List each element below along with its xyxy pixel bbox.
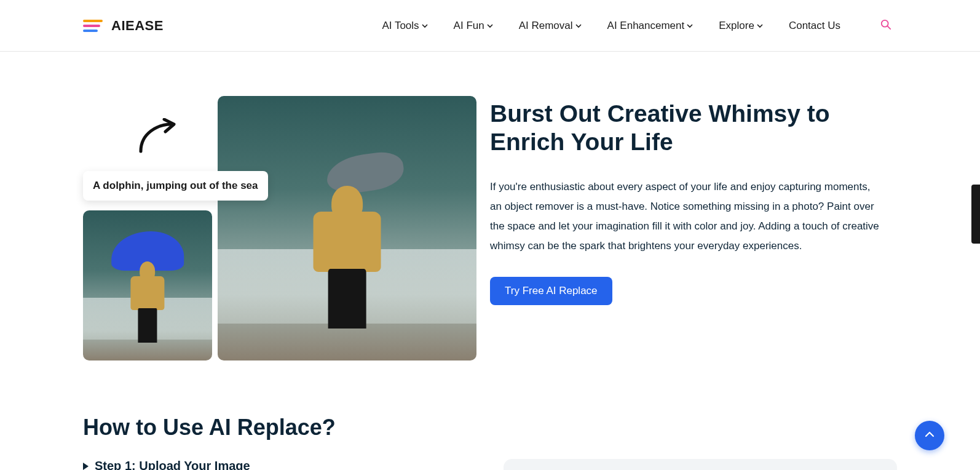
hero-body: If you're enthusiastic about every aspec… bbox=[490, 177, 883, 256]
nav-label: AI Enhancement bbox=[607, 20, 685, 32]
brand-logo[interactable]: AIEASE bbox=[83, 18, 164, 34]
triangle-right-icon bbox=[83, 463, 89, 470]
logo-icon bbox=[83, 18, 105, 33]
chevron-up-icon bbox=[925, 429, 935, 442]
site-header: AIEASE AI Tools AI Fun AI Removal AI Enh… bbox=[0, 0, 980, 52]
nav-ai-fun[interactable]: AI Fun bbox=[454, 20, 493, 32]
howto-heading: How to Use AI Replace? bbox=[83, 415, 897, 440]
main-nav: AI Tools AI Fun AI Removal AI Enhancemen… bbox=[382, 15, 897, 37]
person-figure bbox=[314, 186, 381, 329]
hero-copy: Burst Out Creative Whimsy to Enrich Your… bbox=[490, 96, 897, 305]
person-figure bbox=[131, 261, 165, 343]
howto-section: How to Use AI Replace? Step 1: Upload Yo… bbox=[0, 385, 980, 470]
nav-ai-removal[interactable]: AI Removal bbox=[519, 20, 582, 32]
source-image bbox=[83, 210, 212, 360]
hero-heading: Burst Out Creative Whimsy to Enrich Your… bbox=[490, 100, 897, 156]
nav-label: Explore bbox=[719, 20, 754, 32]
howto-preview-panel: 1 Upload 3 Download bbox=[504, 459, 897, 470]
chevron-down-icon bbox=[575, 23, 582, 29]
nav-ai-enhancement[interactable]: AI Enhancement bbox=[607, 20, 694, 32]
prompt-caption: A dolphin, jumping out of the sea bbox=[83, 171, 268, 201]
result-image bbox=[218, 96, 476, 360]
nav-contact-us[interactable]: Contact Us bbox=[789, 20, 840, 32]
nav-label: AI Tools bbox=[382, 20, 419, 32]
nav-ai-tools[interactable]: AI Tools bbox=[382, 20, 427, 32]
chevron-down-icon bbox=[422, 23, 428, 29]
brand-name: AIEASE bbox=[111, 18, 164, 34]
chevron-down-icon bbox=[757, 23, 763, 29]
svg-line-1 bbox=[888, 26, 891, 29]
svg-point-0 bbox=[882, 20, 888, 26]
feedback-tab[interactable] bbox=[971, 185, 980, 244]
search-button[interactable] bbox=[875, 15, 897, 37]
hero-section: A dolphin, jumping out of the sea Burst … bbox=[0, 52, 980, 385]
nav-explore[interactable]: Explore bbox=[719, 20, 763, 32]
scroll-to-top-button[interactable] bbox=[915, 421, 944, 450]
step-label: Step 1: Upload Your Image bbox=[95, 459, 250, 470]
nav-label: AI Fun bbox=[454, 20, 484, 32]
search-icon bbox=[880, 19, 891, 33]
chevron-down-icon bbox=[487, 23, 493, 29]
try-free-button[interactable]: Try Free AI Replace bbox=[490, 277, 612, 305]
nav-label: AI Removal bbox=[519, 20, 573, 32]
howto-steps: Step 1: Upload Your Image bbox=[83, 459, 467, 470]
step-1[interactable]: Step 1: Upload Your Image bbox=[83, 459, 467, 470]
arrow-icon bbox=[137, 118, 180, 155]
chevron-down-icon bbox=[687, 23, 693, 29]
nav-label: Contact Us bbox=[789, 20, 840, 32]
hero-visual: A dolphin, jumping out of the sea bbox=[83, 96, 476, 360]
